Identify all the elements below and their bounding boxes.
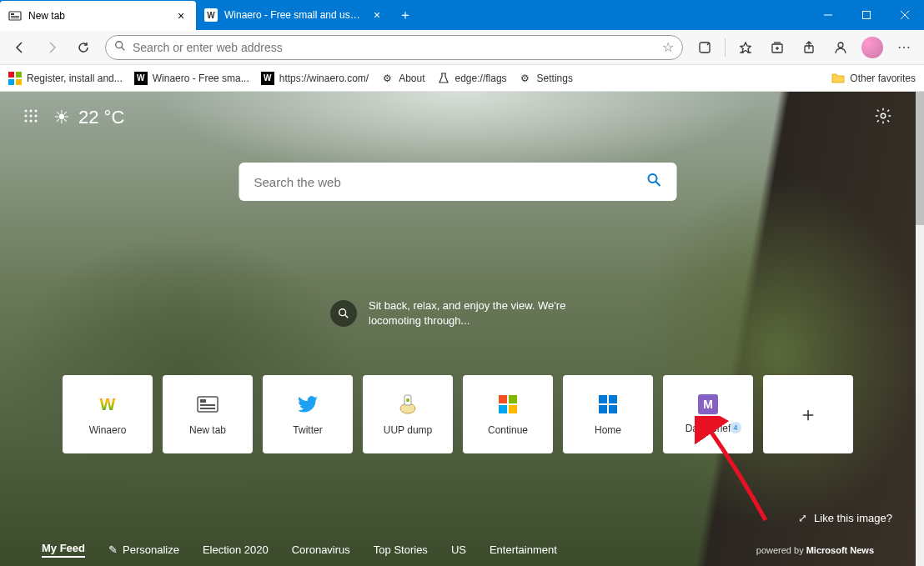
window-close-button[interactable] — [886, 0, 924, 30]
tile-label: Continue — [488, 424, 528, 436]
tab-favicon — [8, 9, 22, 23]
svg-rect-2 — [11, 16, 19, 17]
back-button[interactable] — [5, 34, 35, 61]
feed-tab-personalize[interactable]: ✎Personalize — [108, 543, 179, 556]
tile-continue[interactable]: Continue — [463, 375, 553, 453]
bookmark-item[interactable]: ⚙ About — [380, 72, 424, 85]
ntp-search-input[interactable] — [254, 175, 647, 189]
bookmark-favicon: W — [134, 72, 148, 85]
svg-point-26 — [25, 115, 28, 118]
feed-nav: My Feed ✎Personalize Election 2020 Coron… — [42, 542, 874, 558]
bookmark-item[interactable]: edge://flags — [437, 72, 507, 85]
new-tab-button[interactable]: ＋ — [392, 0, 419, 30]
feed-tab-top-stories[interactable]: Top Stories — [374, 543, 428, 556]
caption-text: Sit back, relax, and enjoy the view. We'… — [369, 298, 585, 328]
ntp-search-box[interactable] — [239, 163, 677, 201]
tile-icon — [396, 393, 419, 416]
gear-icon: ⚙ — [519, 72, 532, 85]
tab-winaero[interactable]: W Winaero - Free small and useful × — [196, 0, 392, 30]
feed-tab-coronavirus[interactable]: Coronavirus — [292, 543, 350, 556]
bookmark-label: Settings — [537, 73, 573, 84]
feed-tab-election[interactable]: Election 2020 — [203, 543, 269, 556]
svg-rect-22 — [16, 79, 22, 85]
search-icon — [114, 40, 126, 55]
sun-icon: ☀ — [53, 107, 70, 128]
ntp-top-left: ☀ 22 °C — [23, 107, 124, 128]
microsoft-icon — [496, 393, 520, 416]
svg-line-36 — [345, 315, 349, 318]
tile-label: Daily Brief — [685, 423, 731, 434]
apps-grid-icon[interactable] — [23, 108, 38, 127]
svg-point-27 — [30, 115, 33, 118]
window-maximize-button[interactable] — [847, 0, 886, 30]
bookmark-item[interactable]: W https://winaero.com/ — [261, 72, 369, 85]
tab-favicon: W — [204, 8, 218, 22]
svg-rect-45 — [509, 395, 517, 403]
tile-winaero[interactable]: W Winaero — [63, 375, 153, 453]
person-button[interactable] — [826, 34, 856, 61]
tile-icon: W — [96, 393, 119, 416]
scrollbar-thumb[interactable] — [916, 92, 924, 225]
window-minimize-button[interactable] — [809, 0, 847, 30]
address-input[interactable] — [133, 41, 662, 54]
svg-rect-48 — [599, 395, 607, 403]
ntp-caption[interactable]: Sit back, relax, and enjoy the view. We'… — [330, 298, 585, 328]
tile-daily-brief[interactable]: M Daily Brief 4 — [663, 375, 753, 453]
svg-rect-1 — [11, 13, 14, 15]
tile-add[interactable]: ＋ — [763, 375, 853, 453]
svg-line-34 — [656, 182, 660, 186]
feed-tab-us[interactable]: US — [451, 543, 466, 556]
bookmark-item[interactable]: W Winaero - Free sma... — [134, 72, 249, 85]
tile-twitter[interactable]: Twitter — [263, 375, 353, 453]
bookmark-label: Register, install and... — [27, 73, 123, 84]
feed-tab-entertainment[interactable]: Entertainment — [490, 543, 557, 556]
tile-home[interactable]: Home — [563, 375, 653, 453]
bookmark-label: Winaero - Free sma... — [153, 73, 249, 84]
tile-new-tab[interactable]: New tab — [163, 375, 253, 453]
other-favorites-label: Other favorites — [850, 73, 916, 84]
tile-label: Twitter — [293, 424, 322, 436]
weather-widget[interactable]: ☀ 22 °C — [53, 107, 124, 128]
share-button[interactable] — [794, 34, 824, 61]
quick-links-tiles: W Winaero New tab Twitter UUP dump Conti… — [63, 375, 853, 453]
other-favorites-button[interactable]: Other favorites — [831, 72, 916, 85]
tab-close-icon[interactable]: × — [370, 8, 384, 22]
svg-rect-39 — [200, 404, 215, 406]
svg-point-33 — [649, 174, 657, 183]
search-submit-icon[interactable] — [647, 173, 662, 192]
svg-rect-3 — [11, 18, 19, 18]
vertical-scrollbar[interactable] — [916, 92, 924, 566]
tab-label: Winaero - Free small and useful — [224, 9, 364, 21]
svg-rect-38 — [200, 399, 206, 403]
svg-point-32 — [881, 113, 886, 118]
tab-close-icon[interactable]: × — [174, 9, 188, 23]
reading-mode-button[interactable] — [690, 34, 720, 61]
profile-avatar-icon — [861, 37, 883, 58]
bookmark-item[interactable]: Register, install and... — [8, 72, 123, 85]
tab-label: New tab — [28, 10, 168, 22]
search-icon — [330, 300, 357, 327]
tab-new-tab[interactable]: New tab × — [0, 1, 196, 31]
page-settings-button[interactable] — [874, 107, 892, 128]
expand-icon: ⤢ — [798, 512, 807, 524]
tile-uup-dump[interactable]: UUP dump — [363, 375, 453, 453]
tile-icon — [196, 393, 219, 416]
svg-point-18 — [838, 43, 843, 48]
bookmark-item[interactable]: ⚙ Settings — [519, 72, 573, 85]
menu-button[interactable]: ⋯ — [889, 34, 919, 61]
svg-point-30 — [30, 120, 33, 123]
favorites-button[interactable] — [731, 34, 761, 61]
twitter-icon — [296, 393, 319, 416]
collections-button[interactable] — [762, 34, 792, 61]
address-bar[interactable]: ☆ — [105, 35, 683, 60]
refresh-button[interactable] — [68, 34, 98, 61]
bookmark-favicon — [8, 72, 22, 85]
forward-button[interactable] — [37, 34, 67, 61]
profile-button[interactable] — [857, 34, 887, 61]
svg-rect-51 — [609, 405, 617, 413]
svg-rect-44 — [499, 395, 507, 403]
svg-point-29 — [25, 120, 28, 123]
feed-tab-my-feed[interactable]: My Feed — [42, 542, 85, 558]
favorite-star-icon[interactable]: ☆ — [662, 39, 674, 55]
like-image-link[interactable]: ⤢ Like this image? — [798, 512, 892, 524]
